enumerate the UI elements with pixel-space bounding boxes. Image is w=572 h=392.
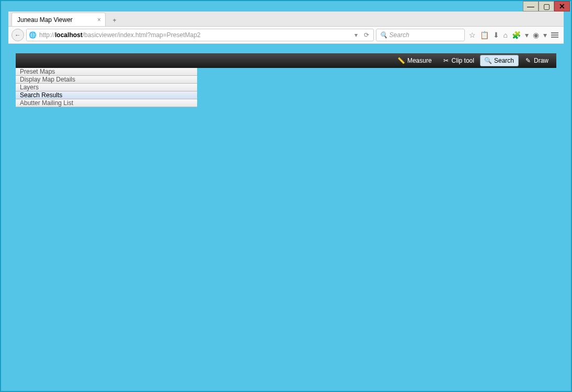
globe-icon: 🌐 <box>29 31 37 39</box>
search-tool[interactable]: 🔍Search <box>480 55 519 66</box>
measure-tool[interactable]: 📏Measure <box>393 55 437 66</box>
home-icon[interactable]: ⌂ <box>504 31 508 39</box>
puzzle-icon[interactable]: 🧩 <box>512 31 521 39</box>
search-label: Search <box>494 57 514 64</box>
titlebar-controls: — ▢ ✕ <box>523 1 570 11</box>
chevron-down-icon[interactable]: ▾ <box>543 31 547 39</box>
search-icon: 🔍 <box>380 31 387 39</box>
draw-label: Draw <box>534 57 548 64</box>
menu-icon[interactable] <box>551 32 558 38</box>
browser-tab[interactable]: Juneau Map Viewer × <box>12 13 106 26</box>
maximize-button[interactable]: ▢ <box>539 1 554 11</box>
minimize-button[interactable]: — <box>523 1 539 11</box>
sidebar-item-layers[interactable]: Layers <box>16 84 197 91</box>
chevron-down-icon[interactable]: ▾ <box>525 31 529 39</box>
bookmark-icon[interactable]: ☆ <box>469 31 476 39</box>
reload-icon[interactable]: ⟳ <box>364 31 369 39</box>
sidebar-item-preset-maps[interactable]: Preset Maps <box>16 68 197 76</box>
draw-tool[interactable]: ✎Draw <box>520 55 553 66</box>
sidebar-item-abutter[interactable]: Abutter Mailing List <box>16 99 197 107</box>
pencil-icon: ✎ <box>524 57 532 64</box>
browser-chrome: Juneau Map Viewer × + ← 🌐 http://localho… <box>8 11 564 44</box>
address-bar: ← 🌐 http://localhost/basicviewer/index.h… <box>8 26 564 44</box>
clip-icon: ✂ <box>442 57 450 64</box>
download-icon[interactable]: ⬇ <box>493 31 499 39</box>
search-placeholder: Search <box>390 31 409 39</box>
sidebar-item-search-results[interactable]: Search Results <box>16 91 197 99</box>
clip-label: Clip tool <box>452 57 474 64</box>
dropdown-icon[interactable]: ▾ <box>354 31 358 39</box>
tab-close-icon[interactable]: × <box>97 16 101 24</box>
sidebar-item-display-details[interactable]: Display Map Details <box>16 76 197 84</box>
back-button[interactable]: ← <box>12 29 24 41</box>
sync-icon[interactable]: ◉ <box>533 31 539 39</box>
measure-label: Measure <box>407 57 432 64</box>
tab-bar: Juneau Map Viewer × + <box>8 11 564 26</box>
search-icon: 🔍 <box>485 57 492 64</box>
reading-list-icon[interactable]: 📋 <box>480 31 489 39</box>
close-button[interactable]: ✕ <box>554 1 570 11</box>
browser-toolbar-icons: ☆ 📋 ⬇ ⌂ 🧩 ▾ ◉ ▾ <box>467 31 560 39</box>
url-text: http://localhost/basicviewer/index.html?… <box>39 31 201 39</box>
ruler-icon: 📏 <box>398 57 405 64</box>
window-frame: — ▢ ✕ Juneau Map Viewer × + ← 🌐 http://l… <box>0 0 572 392</box>
app-toolbar: 📏Measure ✂Clip tool 🔍Search ✎Draw <box>16 53 556 68</box>
browser-search-input[interactable]: 🔍 Search <box>376 29 465 41</box>
url-input[interactable]: 🌐 http://localhost/basicviewer/index.htm… <box>26 29 374 41</box>
tab-title: Juneau Map Viewer <box>17 16 73 24</box>
clip-tool[interactable]: ✂Clip tool <box>438 55 479 66</box>
new-tab-button[interactable]: + <box>108 15 121 26</box>
